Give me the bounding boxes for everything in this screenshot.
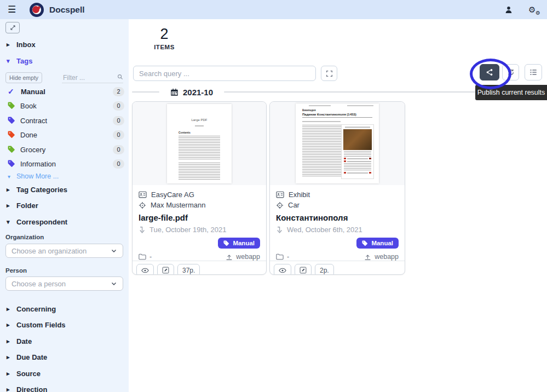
tag-icon [8, 117, 15, 124]
thumb-infobox [341, 124, 374, 179]
tag-item-done[interactable]: Done 0 [0, 130, 129, 140]
tag-label: Contract [20, 117, 108, 125]
correspondent-person-row: Max Mustermann [139, 200, 260, 210]
caret-right-icon: ▸ [7, 386, 11, 392]
show-more-link[interactable]: ▾ Show More ... [0, 172, 129, 181]
tag-label: Book [20, 102, 108, 110]
item-date: Tue, October 19th, 2021 [149, 226, 226, 234]
item-card[interactable]: Large PDF Contents EasyCare AG Max Muste… [132, 101, 267, 275]
organization-select[interactable]: Choose an organization [5, 244, 123, 258]
sidebar-item-direction[interactable]: ▸ Direction [0, 384, 129, 392]
tag-count-badge: 0 [113, 130, 124, 140]
tag-item-contract[interactable]: Contract 0 [0, 116, 129, 125]
sidebar-item-tags[interactable]: ▾ Tags [0, 56, 129, 66]
caret-right-icon: ▸ [7, 41, 11, 48]
item-count-block: 2 ITEMS [151, 26, 178, 50]
direction-label: Direction [16, 385, 47, 392]
tag-item-grocery[interactable]: Grocery 0 [0, 145, 129, 154]
sidebar-item-correspondent[interactable]: ▾ Correspondent [0, 217, 129, 227]
tag-badge-label: Manual [233, 240, 255, 246]
card-grid: Large PDF Contents EasyCare AG Max Muste… [132, 101, 405, 275]
document-thumbnail[interactable]: Large PDF Contents [133, 102, 266, 185]
settings-gears-icon[interactable]: ⚙⚙ [528, 5, 539, 15]
sidebar-item-due-date[interactable]: ▸ Due Date [0, 352, 129, 362]
address-card-icon [139, 191, 147, 198]
pdf-preview: Large PDF Contents [167, 104, 232, 183]
wiki-preview: Википедия Падение Константинополя (1453) [296, 103, 379, 183]
list-view-button[interactable] [525, 64, 542, 80]
preview-button[interactable] [136, 264, 154, 275]
item-card[interactable]: Википедия Падение Константинополя (1453) [269, 101, 405, 275]
share-button[interactable] [480, 64, 499, 80]
search-input[interactable] [133, 66, 316, 81]
card-footer: 2p. [270, 261, 405, 275]
tags-label: Tags [16, 57, 32, 65]
hide-empty-button[interactable]: Hide empty [5, 72, 42, 83]
sidebar-item-inbox[interactable]: ▸ Inbox [0, 39, 129, 49]
tag-badge[interactable]: Manual [356, 238, 399, 249]
chevron-down-icon [111, 247, 117, 254]
inbox-label: Inbox [16, 41, 36, 49]
sidebar-item-custom-fields[interactable]: ▸ Custom Fields [0, 320, 129, 330]
check-icon: ✓ [8, 87, 16, 96]
tag-item-manual[interactable]: ✓ Manual 2 [0, 87, 129, 96]
address-card-icon [276, 191, 284, 198]
correspondent-person-row: Car [276, 200, 399, 210]
arrow-down-icon [139, 226, 145, 234]
folder-icon [139, 253, 146, 260]
tag-badge[interactable]: Manual [218, 238, 260, 249]
sidebar-item-date[interactable]: ▸ Date [0, 336, 129, 346]
card-meta-row: - webapp [139, 253, 260, 261]
sidebar-item-concerning[interactable]: ▸ Concerning [0, 304, 129, 314]
correspondent-org: EasyCare AG [151, 191, 194, 199]
docspell-logo[interactable] [30, 3, 44, 17]
folder-label: Folder [16, 201, 38, 210]
edit-button[interactable] [157, 264, 174, 275]
tag-icon [8, 146, 15, 153]
upload-icon [364, 253, 371, 261]
tag-icon [8, 102, 15, 109]
arrow-down-icon [276, 226, 283, 234]
refresh-button[interactable] [502, 64, 519, 80]
expand-sidebar-button[interactable] [5, 22, 20, 33]
document-thumbnail[interactable]: Википедия Падение Константинополя (1453) [270, 102, 405, 185]
tag-filter-input[interactable] [62, 73, 123, 83]
sidebar-item-source[interactable]: ▸ Source [0, 368, 129, 378]
tag-item-book[interactable]: Book 0 [0, 101, 129, 111]
item-date-row: Tue, October 19th, 2021 [139, 224, 260, 235]
top-navbar: ☰ Docspell ⚙⚙ [0, 0, 547, 19]
caret-right-icon: ▸ [7, 321, 11, 328]
source-value: webapp [236, 253, 260, 261]
page-count-button[interactable]: 2p. [315, 264, 334, 275]
page-count-button[interactable]: 37p. [177, 264, 200, 275]
sidebar-item-tag-categories[interactable]: ▸ Tag Categories [0, 185, 129, 194]
upload-icon [226, 253, 233, 261]
tag-badge-row: Manual [139, 238, 260, 249]
calendar-icon [170, 88, 179, 96]
card-footer: 37p. [133, 261, 266, 275]
tags-controls: Hide empty [0, 72, 129, 84]
tag-count-badge: 0 [113, 116, 124, 125]
source-value: webapp [375, 253, 399, 261]
sidebar-item-folder[interactable]: ▸ Folder [0, 200, 129, 210]
person-select[interactable]: Choose a person [5, 276, 123, 291]
item-title[interactable]: Константинополя [276, 213, 399, 222]
tag-icon [223, 240, 229, 246]
edit-button[interactable] [295, 264, 312, 275]
preview-button[interactable] [274, 264, 291, 275]
correspondent-org-row: Exhibit [276, 189, 399, 200]
user-icon[interactable] [504, 5, 513, 14]
tag-badge-label: Manual [371, 240, 393, 246]
fullscreen-button[interactable] [321, 66, 337, 81]
filter-sidebar: ▸ Inbox ▾ Tags Hide empty ✓ Manual 2 Boo… [0, 19, 129, 392]
menu-icon[interactable]: ☰ [8, 4, 19, 15]
card-meta-row: - webapp [276, 253, 399, 261]
custom-fields-label: Custom Fields [16, 321, 66, 329]
person-placeholder: Choose a person [11, 280, 66, 288]
tag-item-information[interactable]: Information 0 [0, 159, 129, 169]
item-title[interactable]: large-file.pdf [139, 213, 260, 222]
search-icon [117, 74, 123, 80]
caret-right-icon: ▸ [7, 202, 11, 209]
card-info: Exhibit Car Константинополя Wed, October… [270, 185, 405, 261]
edit-icon [300, 267, 307, 274]
